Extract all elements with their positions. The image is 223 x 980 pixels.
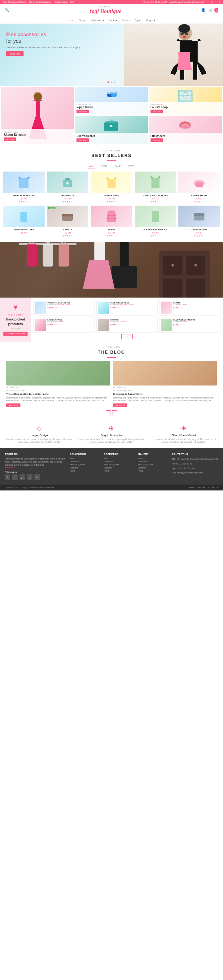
- footer-makeup: Makeup Search Consultant Help & FAQsMen …: [138, 453, 169, 480]
- nav-skirts[interactable]: Skirts ▾: [122, 19, 130, 22]
- svg-rect-5: [185, 32, 188, 35]
- svg-rect-30: [19, 178, 29, 188]
- cat-yippe[interactable]: OFFICIAL RELEASE Yippe Teens Buy Now: [75, 87, 148, 115]
- main-nav: Home Shop ▾ Collection ▾ Pants ▾ Skirts …: [0, 17, 223, 24]
- footer-mak-item-3[interactable]: Help & FAQsMen: [138, 463, 169, 466]
- cat-btn-ellen[interactable]: Buy Now: [76, 138, 89, 142]
- handpicked-badge: Only the Best: [8, 314, 23, 316]
- footer-mak-item-4[interactable]: Locations: [138, 467, 169, 469]
- hero-description: The brand to show for this seasons Life …: [6, 46, 118, 49]
- footer-cos-item-3[interactable]: Help & FAQsMen: [104, 463, 135, 466]
- hp-product-2[interactable]: SLEEVELESS TEES Categories: Blouses, Wom…: [96, 300, 158, 315]
- footer-col-item-5[interactable]: News: [70, 470, 101, 472]
- footer-mak-item-1[interactable]: Search: [138, 457, 169, 460]
- bestsellers-underline: [107, 161, 116, 161]
- product-price-6: $9.90: [3, 231, 45, 234]
- social-pinterest[interactable]: p: [27, 474, 32, 480]
- read-more-btn-2[interactable]: Read More: [113, 404, 127, 407]
- footer-mak-item-2[interactable]: Consultant: [138, 460, 169, 463]
- hp-info-4: LADIES SHOES Categories: Women $3.00 $6.…: [48, 319, 93, 331]
- hp-img-1: [35, 302, 46, 314]
- social-facebook[interactable]: f: [5, 474, 10, 480]
- footer-cos-item-4[interactable]: Locations: [104, 467, 135, 469]
- search-icon[interactable]: 🔍: [5, 8, 9, 13]
- footer-link-about[interactable]: About us: [197, 487, 205, 488]
- carousel-next-btn[interactable]: ›: [127, 334, 132, 339]
- footer-cos-item-2[interactable]: Consultant: [104, 460, 135, 463]
- fashion-rack-illustration: [0, 242, 223, 298]
- footer-email: Mail: hello@yourdomainname.com: [172, 471, 218, 475]
- nav-pants[interactable]: Pants ▾: [109, 19, 117, 22]
- social-google-plus[interactable]: g+: [19, 474, 25, 480]
- product-img-8: [91, 205, 132, 227]
- footer-col-item-3[interactable]: Help & FAQsMen: [70, 463, 101, 466]
- nav-collection[interactable]: Collection ▾: [91, 19, 104, 22]
- cat-btn-funky[interactable]: Buy Now: [151, 138, 163, 142]
- svg-point-15: [113, 92, 115, 93]
- cat-funky[interactable]: Funky Zero Buy Now: [149, 116, 222, 144]
- search-area[interactable]: 🔍: [5, 8, 9, 13]
- footer-mak-item-5[interactable]: News: [138, 470, 169, 472]
- product-price-2: $5.00: [47, 197, 89, 200]
- footer-cos-item-5[interactable]: News: [104, 470, 135, 472]
- footer-about-text: Fashion is more than updating to the lat…: [5, 457, 67, 466]
- social-p[interactable]: p: [219, 1, 220, 3]
- hp-name-4: LADIES SHOES: [48, 319, 93, 321]
- carousel-prev-btn[interactable]: ‹: [121, 334, 126, 339]
- hero-shop-button[interactable]: Shop Now: [6, 51, 24, 56]
- footer-cos-item-1[interactable]: Search: [104, 457, 135, 460]
- logo-text: Yogi Boutique: [89, 8, 121, 15]
- footer-link-home[interactable]: Home: [189, 487, 194, 488]
- view-all-products-btn[interactable]: VIEW ALL PRODUCTS: [3, 332, 27, 336]
- blog-next-btn[interactable]: ›: [112, 410, 117, 415]
- hp-old-3: $6.00: [179, 307, 184, 309]
- filter-new[interactable]: NEW: [127, 164, 135, 169]
- hp-product-5[interactable]: SHORTS Categories: Women $3.00 $6.00: [96, 317, 158, 332]
- filter-sale[interactable]: SALE: [113, 164, 122, 169]
- footer-read-more[interactable]: Read More: [5, 466, 67, 468]
- footer-col-item-2[interactable]: Consultant: [70, 460, 101, 463]
- social-icons: f t g+ p in: [5, 474, 67, 480]
- filter-all[interactable]: ALL: [88, 164, 95, 169]
- blog-img-1: [6, 361, 110, 385]
- hp-name-1: V NECK FULL SLEEVES: [48, 302, 93, 304]
- footer-link-contact[interactable]: Contact Us: [209, 487, 218, 488]
- nav-tops[interactable]: Tops ▾: [134, 19, 142, 22]
- nav-home[interactable]: Home: [68, 19, 74, 22]
- cat-btn-skater[interactable]: Buy Now: [4, 137, 16, 141]
- filter-best[interactable]: BEST: [100, 164, 109, 169]
- social-t[interactable]: t: [215, 1, 216, 3]
- blog-post-1: 18 / June / 2016 No Comments | 2 John Th…: [6, 361, 110, 407]
- footer-col-item-4[interactable]: Locations: [70, 467, 101, 469]
- cart-icon[interactable]: 🛒 2: [209, 8, 218, 13]
- svg-point-28: [187, 122, 189, 124]
- nav-pages[interactable]: Pages ▾: [146, 19, 155, 22]
- footer-contact: Contact Us 1234 Nth south 400 Nonexisten…: [172, 453, 218, 480]
- cat-skater[interactable]: COME TO LOOK Skater Dresses Buy Now: [1, 87, 74, 144]
- svg-rect-4: [180, 32, 184, 35]
- svg-point-7: [183, 36, 186, 38]
- unique-design-icon: ◇: [5, 425, 74, 432]
- cat-ellen[interactable]: Ellen's Secret Buy Now: [75, 116, 148, 144]
- hp-product-3[interactable]: SKIRTS Category: Formal $3.00 $6.00: [159, 300, 220, 315]
- cat-btn-laura[interactable]: Buy Now: [151, 110, 163, 113]
- svg-rect-55: [163, 279, 182, 298]
- read-more-btn-1[interactable]: Read More: [6, 404, 21, 407]
- product-stars-7: ★★★★★: [47, 235, 89, 237]
- user-icon[interactable]: 👤: [201, 8, 205, 13]
- footer-col-item-1[interactable]: Search: [70, 457, 101, 460]
- cat-btn-yippe[interactable]: Buy Now: [76, 110, 89, 113]
- hp-img-4: [35, 319, 46, 331]
- social-g[interactable]: g+: [210, 1, 213, 3]
- hp-info-5: SHORTS Categories: Women $3.00 $6.00: [110, 319, 156, 331]
- blog-prev-btn[interactable]: ‹: [106, 410, 111, 415]
- hp-product-4[interactable]: LADIES SHOES Categories: Women $3.00 $6.…: [33, 317, 95, 332]
- social-f[interactable]: f: [207, 1, 208, 3]
- product-stars-10: ★★★★★: [178, 235, 220, 237]
- hp-product-6[interactable]: SLEEVELESS FROCKS Categories: Formal $3.…: [159, 317, 220, 332]
- social-twitter[interactable]: t: [12, 474, 18, 480]
- cat-laura[interactable]: FUNNY RATIO Laura's shop Buy Now: [149, 87, 222, 115]
- social-linkedin[interactable]: in: [34, 474, 40, 480]
- nav-shop[interactable]: Shop ▾: [79, 19, 87, 22]
- hp-product-1[interactable]: V NECK FULL SLEEVES Categories: Blouses,…: [33, 300, 95, 315]
